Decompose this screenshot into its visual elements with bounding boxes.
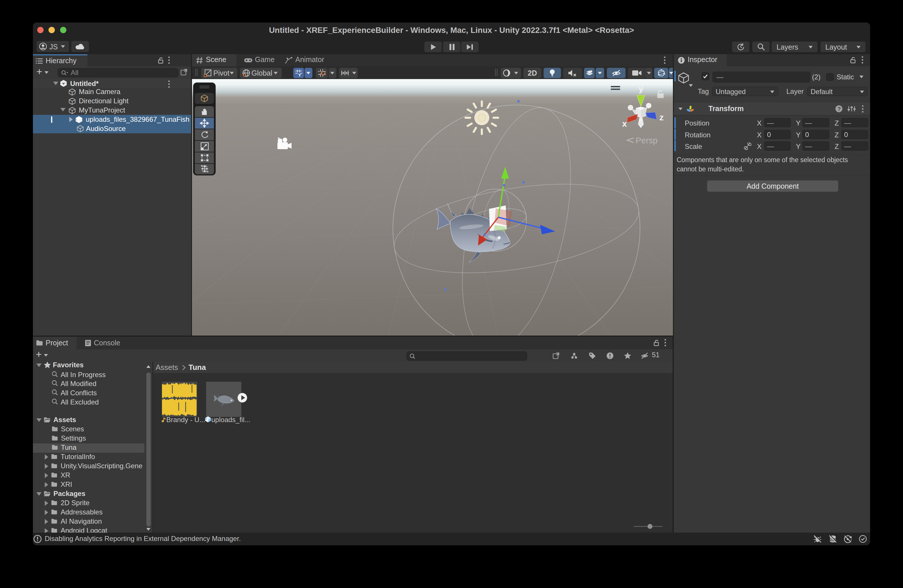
svg-text:x: x: [622, 119, 627, 129]
svg-text:?: ?: [837, 106, 841, 112]
svg-text:y: y: [639, 84, 643, 94]
svg-text:z: z: [659, 113, 664, 122]
svg-text:Persp: Persp: [636, 136, 658, 145]
svg-text:Y: Y: [298, 72, 301, 77]
